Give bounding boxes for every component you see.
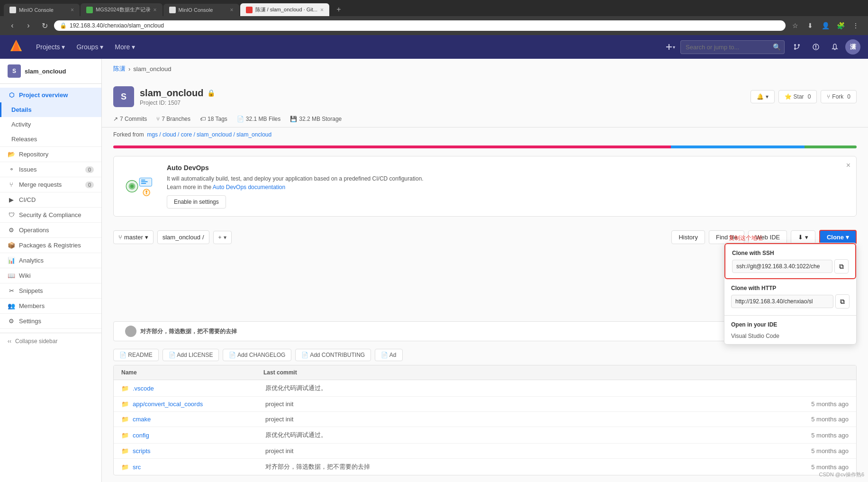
sidebar-item-details[interactable]: Details	[0, 102, 101, 117]
browser-tab-1[interactable]: MinIO Console ×	[4, 4, 80, 16]
file-time: 5 months ago	[792, 464, 849, 471]
nav-projects[interactable]: Projects ▾	[30, 39, 71, 55]
issues-badge: 0	[85, 166, 94, 173]
account-button[interactable]: 👤	[819, 19, 832, 32]
add-license-button[interactable]: 📄 Add LICENSE	[163, 349, 219, 361]
sidebar-label-details: Details	[11, 106, 32, 113]
file-time: 5 months ago	[792, 400, 849, 408]
close-tab-2[interactable]: ×	[154, 7, 157, 13]
sidebar-section-cicd: ▶ CI/CD	[0, 192, 101, 208]
browser-tab-4[interactable]: 陈潇 / slam_oncloud · Git... ×	[240, 3, 329, 16]
download-button-repo[interactable]: ⬇ ▾	[791, 230, 815, 244]
nav-bell-icon[interactable]	[826, 38, 843, 55]
copy-http-button[interactable]: ⧉	[835, 294, 850, 309]
banner-close-button[interactable]: ×	[846, 161, 850, 170]
auto-devops-doc-link[interactable]: Auto DevOps documentation	[213, 184, 285, 191]
search-input[interactable]	[680, 40, 785, 54]
file-name[interactable]: scripts	[133, 447, 265, 455]
bookmark-button[interactable]: ☆	[788, 19, 802, 32]
add-readme-button[interactable]: 📄 README	[113, 349, 159, 361]
collapse-sidebar-button[interactable]: ‹‹ Collapse sidebar	[0, 333, 101, 349]
extension-button[interactable]: 🧩	[834, 19, 847, 32]
sidebar-item-members[interactable]: 👥 Members	[0, 299, 101, 313]
nav-issues-icon[interactable]	[807, 38, 824, 55]
back-button[interactable]: ‹	[6, 19, 19, 32]
sidebar-item-releases[interactable]: Releases	[0, 132, 101, 146]
sidebar-section-packages: 📦 Packages & Registries	[0, 238, 101, 253]
browser-tab-2[interactable]: MGS2024数据生产记录 ×	[81, 3, 163, 16]
sidebar-section-overview: ⬡ Project overview Details Activity Rele…	[0, 88, 101, 147]
sidebar-item-analytics[interactable]: 📊 Analytics	[0, 253, 101, 268]
sidebar-item-repository[interactable]: 📂 Repository	[0, 147, 101, 162]
file-commit: 原优化代码调试通过。	[265, 384, 792, 392]
add-more-button[interactable]: 📄 Ad	[375, 349, 402, 361]
download-button[interactable]: ⬇	[804, 19, 817, 32]
star-button[interactable]: ⭐ Star 0	[778, 90, 817, 103]
sidebar-section-wiki: 📖 Wiki	[0, 268, 101, 283]
close-tab-3[interactable]: ×	[230, 7, 234, 13]
file-name[interactable]: cmake	[133, 416, 265, 423]
address-bar[interactable]: 🔒 192.168.3.40/chenxiao/slam_oncloud	[54, 20, 786, 31]
file-name[interactable]: .vscode	[133, 385, 265, 392]
clone-ssh-input[interactable]	[732, 260, 832, 273]
file-table-header: Name Last commit	[114, 365, 856, 380]
nav-plus-button[interactable]: ▾	[661, 38, 678, 55]
sidebar-item-packages-registries[interactable]: 📦 Packages & Registries	[0, 238, 101, 253]
sidebar-item-issues[interactable]: ⚬ Issues 0	[0, 162, 101, 177]
copy-ssh-button[interactable]: ⧉	[834, 259, 849, 273]
file-name[interactable]: app/convert_local_coords	[133, 400, 265, 408]
sidebar-section-operations: ⚙ Operations	[0, 223, 101, 238]
add-contributing-button[interactable]: 📄 Add CONTRIBUTING	[295, 349, 371, 361]
gitlab-logo[interactable]	[8, 38, 25, 55]
nav-merge-requests-icon[interactable]	[788, 38, 805, 55]
sidebar-item-operations[interactable]: ⚙ Operations	[0, 223, 101, 237]
commits-icon: ↗	[113, 116, 118, 122]
sidebar-item-activity[interactable]: Activity	[0, 117, 101, 132]
clone-http-input[interactable]	[731, 295, 833, 308]
sidebar-item-cicd[interactable]: ▶ CI/CD	[0, 192, 101, 207]
stat-files: 📄 32.1 MB Files	[237, 116, 280, 122]
sidebar-item-merge-requests[interactable]: ⑂ Merge requests 0	[0, 177, 101, 192]
branch-selector[interactable]: ⑂ master ▾	[113, 230, 154, 244]
stat-commits: ↗ 7 Commits	[113, 116, 147, 122]
members-icon: 👥	[8, 302, 15, 309]
add-tab-button[interactable]: +	[332, 3, 345, 16]
menu-button[interactable]: ⋮	[849, 19, 862, 32]
enable-settings-button[interactable]: Enable in settings	[167, 195, 226, 209]
sidebar-label-cicd: CI/CD	[19, 196, 36, 203]
browser-toolbar: ‹ › ↻ 🔒 192.168.3.40/chenxiao/slam_onclo…	[0, 16, 868, 35]
notification-button[interactable]: 🔔 ▾	[750, 90, 775, 103]
history-button[interactable]: History	[671, 230, 705, 244]
merge-icon: ⑂	[8, 181, 15, 188]
copy-annotation: 复制这个地址	[729, 234, 763, 242]
nav-groups[interactable]: Groups ▾	[71, 39, 109, 55]
favicon-4	[246, 7, 253, 13]
refresh-button[interactable]: ↻	[38, 19, 51, 32]
collapse-icon: ‹‹	[8, 338, 11, 345]
sidebar-item-snippets[interactable]: ✂ Snippets	[0, 283, 101, 298]
close-tab-1[interactable]: ×	[71, 7, 74, 13]
add-file-button[interactable]: + ▾	[213, 231, 232, 244]
nav-more[interactable]: More ▾	[109, 39, 141, 55]
file-commit: 对齐部分，筛选数据，把不需要的去掉	[265, 463, 792, 471]
sidebar-item-security-compliance[interactable]: 🛡 Security & Compliance	[0, 208, 101, 222]
file-name[interactable]: src	[133, 464, 265, 471]
fork-path-link[interactable]: mgs / cloud / core / slam_oncloud / slam…	[147, 131, 271, 138]
user-avatar[interactable]: 潇	[845, 39, 860, 55]
file-name[interactable]: config	[133, 432, 265, 439]
vscode-option[interactable]: Visual Studio Code	[724, 330, 856, 344]
star-label: Star	[794, 93, 804, 100]
close-tab-4[interactable]: ×	[320, 7, 324, 13]
fork-button[interactable]: ⑂ Fork 0	[821, 90, 857, 103]
sidebar-item-settings[interactable]: ⚙ Settings	[0, 314, 101, 328]
add-changelog-button[interactable]: 📄 Add CHANGELOG	[223, 349, 291, 361]
sidebar-item-wiki[interactable]: 📖 Wiki	[0, 268, 101, 283]
forward-button[interactable]: ›	[22, 19, 35, 32]
svg-rect-17	[141, 183, 146, 184]
browser-tab-3[interactable]: MinIO Console ×	[163, 4, 239, 16]
svg-rect-4	[666, 46, 672, 47]
file-commit: project init	[265, 416, 792, 423]
breadcrumb-user[interactable]: 陈潇	[113, 64, 126, 73]
sidebar-item-project-overview[interactable]: ⬡ Project overview	[0, 88, 101, 102]
merge-badge: 0	[85, 182, 94, 188]
